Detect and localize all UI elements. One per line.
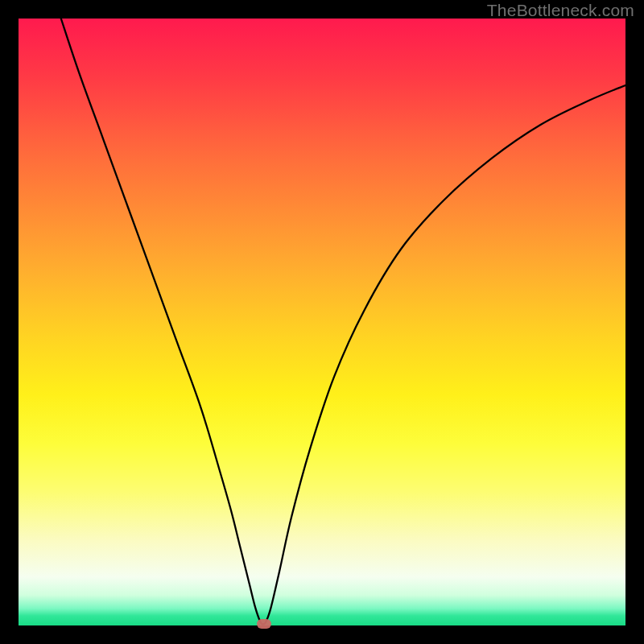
optimal-point-marker (257, 619, 271, 629)
watermark-text: TheBottleneck.com (487, 1, 634, 20)
bottleneck-curve (19, 19, 625, 625)
chart-frame: TheBottleneck.com (0, 0, 644, 644)
